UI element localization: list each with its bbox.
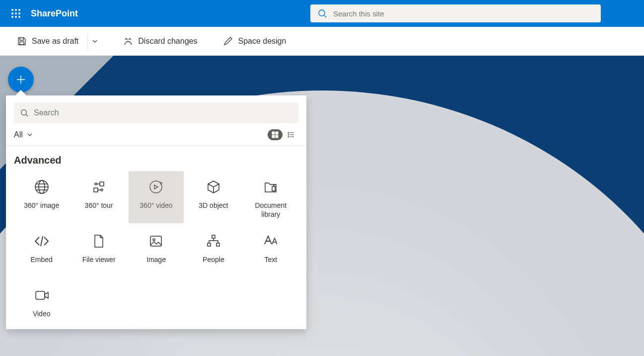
- search-icon: [20, 108, 29, 117]
- tour-icon: [89, 177, 109, 197]
- webpart-picker: All: [6, 95, 306, 329]
- svg-point-4: [15, 12, 17, 14]
- webpart-card[interactable]: Image: [129, 225, 184, 277]
- plus-icon: [15, 74, 27, 86]
- svg-point-24: [288, 136, 289, 137]
- webpart-card-label: People: [201, 255, 226, 264]
- webpart-card-label: Text: [262, 255, 279, 264]
- site-search[interactable]: [310, 4, 601, 22]
- grid-icon: [272, 131, 279, 138]
- view-toggle: [268, 129, 298, 140]
- people-icon: [204, 231, 223, 251]
- search-icon: [317, 8, 327, 18]
- discard-icon: [123, 36, 133, 46]
- replay-icon: [146, 177, 166, 197]
- svg-point-20: [288, 132, 289, 133]
- webpart-card[interactable]: 360° video: [129, 171, 184, 223]
- webpart-card-label: 360° tour: [83, 201, 115, 210]
- space-design-label: Space design: [238, 37, 286, 46]
- section-title: Advanced: [14, 155, 298, 166]
- chevron-down-icon: [92, 38, 98, 44]
- save-draft-label: Save as draft: [32, 37, 78, 46]
- svg-rect-16: [272, 132, 275, 134]
- webpart-card[interactable]: Video: [14, 279, 69, 329]
- site-search-input[interactable]: [333, 9, 594, 18]
- svg-point-1: [15, 9, 17, 11]
- webpart-card-label: 3D object: [197, 201, 230, 210]
- add-webpart-button[interactable]: [8, 67, 34, 92]
- picker-body[interactable]: Advanced 360° image 360° tour 360° video…: [6, 145, 306, 329]
- webpart-card[interactable]: Embed: [14, 225, 69, 277]
- text-icon: [261, 231, 281, 251]
- picker-search[interactable]: [14, 102, 298, 123]
- picker-filter-bar: All: [6, 129, 306, 145]
- svg-point-2: [18, 9, 20, 11]
- svg-point-8: [18, 16, 20, 18]
- space-design-button[interactable]: Space design: [219, 33, 290, 49]
- discard-changes-label: Discard changes: [138, 37, 197, 46]
- editor-canvas: All: [0, 56, 644, 356]
- svg-rect-11: [20, 42, 24, 45]
- svg-line-15: [26, 115, 28, 117]
- webpart-card[interactable]: File viewer: [71, 225, 126, 277]
- webpart-card[interactable]: 360° tour: [71, 171, 126, 223]
- webpart-card-label: Embed: [29, 255, 55, 264]
- svg-rect-17: [276, 132, 278, 134]
- webpart-card[interactable]: 360° image: [14, 171, 69, 223]
- webpart-card-label: 360° video: [138, 201, 174, 210]
- code-icon: [32, 231, 52, 251]
- globe-icon: [32, 177, 52, 197]
- svg-point-7: [15, 16, 17, 18]
- doclib-icon: [261, 177, 281, 197]
- webpart-card[interactable]: Text: [243, 225, 298, 277]
- app-launcher-button[interactable]: [4, 1, 28, 25]
- file-icon: [89, 231, 109, 251]
- svg-point-14: [21, 110, 27, 115]
- webpart-card-label: 360° image: [22, 201, 61, 210]
- webpart-card-label: Video: [31, 309, 53, 318]
- webpart-card-label: Document library: [243, 201, 298, 219]
- video-icon: [32, 285, 52, 305]
- svg-point-9: [319, 10, 325, 16]
- webpart-card[interactable]: Document library: [243, 171, 298, 223]
- svg-point-6: [11, 16, 13, 18]
- list-icon: [287, 131, 294, 138]
- discard-changes-button[interactable]: Discard changes: [119, 33, 201, 49]
- cube-icon: [204, 177, 223, 197]
- picker-search-input[interactable]: [34, 108, 292, 117]
- svg-rect-18: [272, 135, 275, 138]
- svg-point-3: [11, 12, 13, 14]
- webpart-card[interactable]: People: [186, 225, 241, 277]
- filter-label: All: [14, 130, 23, 139]
- save-draft-dropdown[interactable]: [87, 33, 101, 49]
- command-bar: Save as draft Discard changes Space desi…: [0, 27, 644, 56]
- chevron-down-icon: [27, 132, 33, 138]
- app-header: SharePoint: [0, 0, 644, 27]
- webpart-grid: 360° image 360° tour 360° video 3D objec…: [14, 171, 298, 329]
- waffle-icon: [11, 9, 20, 18]
- grid-view-button[interactable]: [268, 129, 283, 140]
- svg-point-5: [18, 12, 20, 14]
- svg-point-22: [288, 134, 289, 135]
- webpart-card-label: File viewer: [80, 255, 118, 264]
- svg-rect-19: [276, 135, 278, 138]
- save-draft-button[interactable]: Save as draft: [13, 33, 82, 49]
- svg-line-10: [324, 15, 326, 17]
- filter-dropdown[interactable]: All: [14, 130, 33, 139]
- image-icon: [146, 231, 166, 251]
- save-icon: [17, 36, 27, 46]
- pen-icon: [223, 36, 233, 46]
- webpart-card[interactable]: 3D object: [186, 171, 241, 223]
- brand-label: SharePoint: [31, 8, 78, 19]
- svg-point-0: [11, 9, 13, 11]
- webpart-card-label: Image: [144, 255, 168, 264]
- list-view-button[interactable]: [284, 129, 298, 140]
